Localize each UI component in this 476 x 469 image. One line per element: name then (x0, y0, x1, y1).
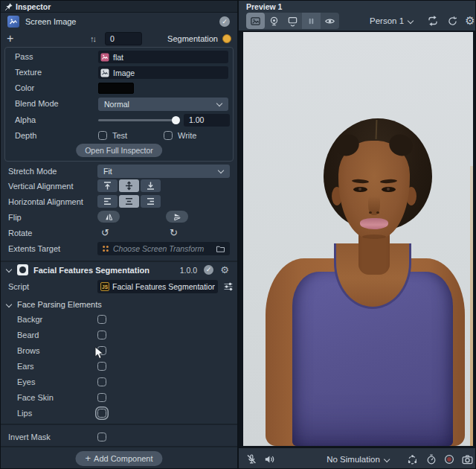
show-hide-button[interactable] (321, 13, 339, 29)
motion-simulation-button[interactable] (405, 453, 419, 466)
backgr-checkbox[interactable] (97, 315, 106, 324)
invert-mask-checkbox[interactable] (97, 433, 106, 441)
performance-button[interactable] (425, 453, 438, 466)
rotate-left-icon[interactable] (101, 226, 109, 240)
js-icon (100, 282, 109, 291)
chevron-down-icon (408, 18, 414, 24)
script-value: Facial Features Segmentation (112, 282, 215, 291)
pause-button[interactable] (302, 13, 321, 29)
mirror-device-button[interactable] (283, 13, 302, 29)
flip-vertical-button[interactable] (166, 211, 188, 223)
loop-icon (427, 15, 439, 27)
segmentation-indicator[interactable] (222, 34, 231, 43)
order-input[interactable]: 0 (105, 32, 142, 45)
flip-horizontal-button[interactable] (97, 211, 120, 223)
alpha-value-input[interactable]: 1.00 (184, 114, 230, 127)
face-skin-checkbox[interactable] (97, 393, 106, 402)
preview-header: Preview 1 Person 1 (239, 1, 476, 31)
reset-icon (447, 16, 458, 27)
texture-chip[interactable]: Image (98, 66, 228, 79)
color-swatch[interactable] (98, 83, 134, 94)
simulation-selector[interactable]: No Simulation (327, 448, 389, 469)
component-name: Facial Features Segmentation (33, 263, 149, 278)
folder-icon[interactable] (216, 244, 225, 254)
component-header[interactable]: Facial Features Segmentation 1.0.0 (1, 263, 237, 278)
lips-checkbox[interactable] (97, 409, 106, 418)
add-component-button[interactable]: +Add Component (75, 451, 162, 466)
restart-experience-button[interactable] (425, 13, 441, 29)
align-bottom-icon (146, 181, 155, 191)
alpha-slider-thumb[interactable] (172, 116, 180, 124)
element-row-ears: Ears (1, 359, 237, 374)
speaker-button[interactable] (263, 453, 276, 466)
eyes-checkbox[interactable] (97, 377, 106, 386)
color-row: Color (5, 82, 233, 95)
alpha-slider-track[interactable] (98, 119, 177, 121)
align-center-button[interactable] (119, 195, 139, 208)
element-label: Face Skin (17, 390, 54, 405)
eye-icon (324, 16, 335, 27)
inspector-title: Inspector (16, 2, 51, 11)
device-mirror-icon (287, 16, 298, 27)
texture-label: Texture (15, 66, 42, 79)
flip-vertical-icon (173, 212, 182, 222)
face-parsing-label: Face Parsing Elements (17, 298, 102, 311)
align-right-button[interactable] (141, 195, 161, 208)
script-field[interactable]: Facial Features Segmentation (97, 280, 218, 293)
screenshot-button[interactable] (460, 453, 474, 466)
align-right-icon (146, 197, 155, 206)
flip-row: Flip (1, 211, 237, 224)
extents-placeholder: Choose Screen Transform (113, 244, 212, 253)
person-selector[interactable]: Person 1 (370, 13, 413, 29)
material-section: Pass flat Texture Image Color Blend Mode (4, 47, 234, 162)
ears-checkbox[interactable] (97, 362, 106, 371)
vertical-alignment-row: Vertical Alignment (1, 179, 237, 193)
preview-viewport[interactable] (239, 31, 476, 447)
sort-order-icon[interactable] (90, 31, 95, 47)
person-chin-shadow (362, 234, 386, 239)
rotate-right-icon[interactable] (170, 226, 178, 240)
screen-image-icon (7, 16, 19, 28)
depth-write-checkbox[interactable] (164, 131, 173, 140)
entity-visible-toggle[interactable] (219, 16, 230, 27)
video-edge-artifact (470, 166, 473, 446)
align-left-button[interactable] (97, 195, 118, 208)
webcam-source-button[interactable] (265, 13, 283, 29)
flip-horizontal-icon (104, 212, 114, 222)
plus-icon: + (85, 453, 91, 464)
depth-test-checkbox[interactable] (98, 131, 107, 140)
record-button[interactable] (443, 453, 456, 466)
reset-button[interactable] (444, 13, 460, 29)
extents-target-row: Extents Target Choose Screen Transform (1, 242, 237, 255)
pass-chip[interactable]: flat (98, 51, 228, 63)
person-nostril-left (369, 211, 372, 214)
script-row: Script Facial Features Segmentation (1, 280, 237, 293)
stretch-mode-label: Stretch Mode (8, 165, 57, 178)
app-window: Inspector Screen Image + 0 Segmentation … (0, 0, 476, 469)
preview-settings-gear-icon[interactable] (462, 13, 476, 29)
rotate-label: Rotate (8, 226, 32, 240)
add-button[interactable]: + (7, 31, 13, 47)
chevron-down-icon[interactable] (6, 302, 12, 307)
microphone-muted-button[interactable] (245, 453, 258, 466)
pin-icon[interactable] (4, 2, 13, 11)
element-label: Lips (17, 406, 32, 421)
chevron-down-icon[interactable] (6, 267, 12, 272)
component-gear-icon[interactable] (220, 263, 229, 278)
stretch-mode-dropdown[interactable]: Fit (97, 165, 230, 178)
blend-mode-dropdown[interactable]: Normal (98, 98, 228, 111)
media-source-button[interactable] (246, 13, 265, 29)
segmentation-label: Segmentation (167, 31, 218, 47)
beard-checkbox[interactable] (97, 331, 106, 339)
extents-target-field[interactable]: Choose Screen Transform (97, 242, 230, 255)
align-left-icon (103, 197, 112, 206)
align-top-button[interactable] (97, 179, 118, 192)
chevron-down-icon (218, 168, 224, 173)
component-enabled-toggle[interactable] (204, 265, 213, 275)
open-full-inspector-button[interactable]: Open Full Inspector (76, 144, 162, 157)
script-settings-icon[interactable] (223, 281, 234, 292)
align-bottom-button[interactable] (141, 179, 161, 192)
align-middle-button[interactable] (119, 179, 139, 192)
blend-mode-label: Blend Mode (15, 98, 59, 110)
face-parsing-header[interactable]: Face Parsing Elements (1, 298, 237, 311)
